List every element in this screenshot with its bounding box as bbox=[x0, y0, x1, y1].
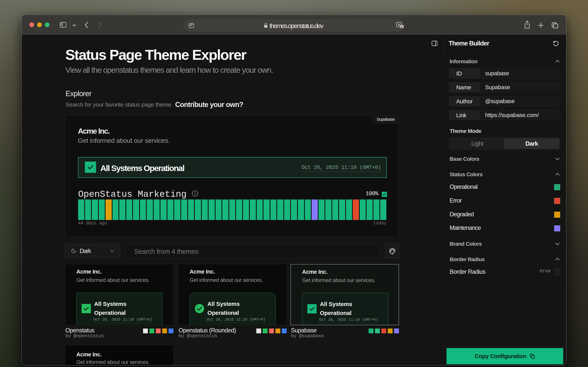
svg-text:A: A bbox=[398, 23, 400, 27]
svg-text:文: 文 bbox=[401, 25, 403, 28]
